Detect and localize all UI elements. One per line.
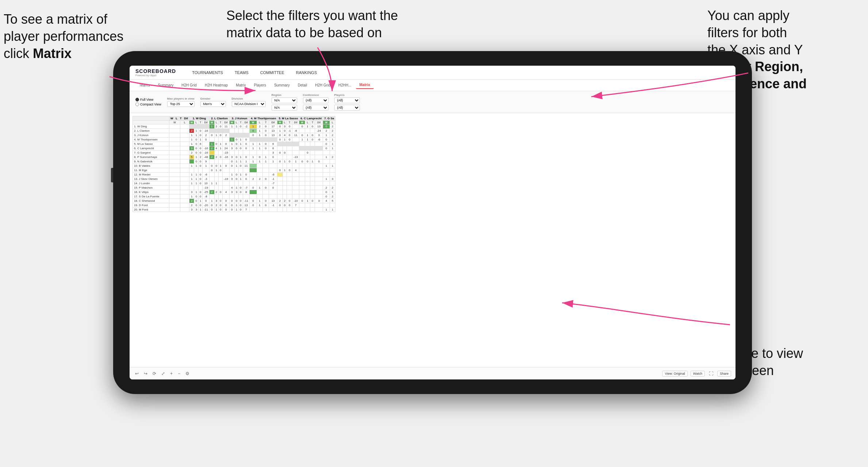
cell: 0	[263, 177, 269, 181]
cell	[230, 194, 235, 199]
conference-select-1[interactable]: (All)	[303, 97, 329, 103]
cell	[209, 194, 214, 199]
tab-summary[interactable]: Summary	[154, 82, 177, 89]
cell: 0	[263, 129, 269, 133]
player-name: 2. L Clanton	[133, 129, 169, 133]
cell	[263, 190, 269, 194]
cell: 0	[223, 142, 230, 146]
table-row: 6. C Lamprecht 3 0 0 -16 2 4 1 24 3 0 0	[133, 146, 335, 151]
cell: 0	[263, 146, 269, 151]
cell	[287, 155, 292, 159]
cell: 2	[323, 186, 330, 190]
radio-compact-view[interactable]: Compact View	[135, 103, 161, 106]
tab-h2hh[interactable]: H2HH...	[335, 82, 355, 89]
cell: -15	[223, 151, 230, 155]
watch-btn[interactable]: Watch	[691, 371, 705, 377]
cell: 0	[219, 203, 223, 208]
cell: -8	[203, 194, 210, 199]
nav-rankings[interactable]: RANKINGS	[295, 70, 318, 76]
annotation-matrix: To see a matrix ofplayer performancescli…	[4, 11, 128, 62]
cell: 0	[198, 177, 202, 181]
cell: 0	[310, 138, 315, 142]
cell: 0	[230, 208, 235, 212]
cell	[203, 124, 210, 129]
tab-matrix-active[interactable]: Matrix	[356, 81, 374, 89]
conference-select-2[interactable]: (All)	[303, 105, 329, 111]
cell: 1	[189, 194, 194, 199]
cell: 0	[263, 133, 269, 138]
cell: 1	[250, 142, 257, 146]
cell: 0	[194, 138, 198, 142]
sub-l3: L	[234, 121, 238, 124]
division-select[interactable]: NCAA Division I	[232, 101, 266, 107]
cell	[287, 142, 292, 146]
cell	[243, 194, 250, 199]
cell: 0	[219, 124, 223, 129]
nav-tournaments[interactable]: TOURNAMENTS	[191, 70, 224, 76]
tab-players[interactable]: Players	[250, 82, 270, 89]
cell: 7	[243, 208, 250, 212]
cell: 1	[323, 164, 330, 168]
cell	[277, 208, 283, 212]
cell: 3	[315, 199, 323, 203]
nav-teams[interactable]: TEAMS	[233, 70, 250, 76]
tab-summary-right[interactable]: Summary	[270, 82, 293, 89]
cell: 2	[214, 124, 218, 129]
cell	[315, 168, 323, 173]
tab-h2h-grid-right[interactable]: H2H Grid	[311, 82, 334, 89]
cell: -1	[269, 177, 277, 181]
cell: 1	[305, 199, 310, 203]
refresh-icon[interactable]: ⟳	[151, 370, 157, 377]
tab-detail[interactable]: Detail	[294, 82, 311, 89]
expand-icon[interactable]: ⛶	[708, 370, 714, 377]
cell: 1	[305, 133, 310, 138]
sub-d3: Dif	[243, 121, 250, 124]
settings-icon[interactable]: ⚙	[184, 370, 191, 377]
undo-icon[interactable]: ↩	[134, 370, 140, 377]
players-select-2[interactable]: (All)	[334, 105, 360, 111]
players-select-1[interactable]: (All)	[334, 97, 360, 103]
cell: 4	[230, 186, 235, 190]
cell: 0	[209, 164, 214, 168]
cell: 0	[243, 155, 250, 159]
view-original-btn[interactable]: View: Original	[662, 371, 687, 377]
cell	[219, 129, 223, 133]
tab-teams[interactable]: Teams	[135, 82, 153, 89]
zoom-fit-icon[interactable]: ⤢	[160, 370, 166, 377]
radio-full-view[interactable]: Full View	[135, 98, 161, 101]
tab-matrix-left[interactable]: Matrix	[232, 82, 249, 89]
cell: 3	[230, 146, 235, 151]
redo-icon[interactable]: ↪	[143, 370, 149, 377]
region-select-1[interactable]: N/A	[272, 97, 297, 103]
player-name: 3. J Koivun	[133, 133, 169, 138]
zoom-out-icon[interactable]: −	[177, 370, 181, 377]
cell	[180, 133, 189, 138]
cell: 0	[277, 203, 283, 208]
tab-h2h-grid[interactable]: H2H Grid	[178, 82, 200, 89]
cell: 3	[189, 190, 194, 194]
share-btn[interactable]: Share	[717, 371, 731, 377]
sub-t2: T	[219, 121, 223, 124]
sub-w3: W	[230, 121, 235, 124]
cell	[239, 133, 243, 138]
zoom-in-icon[interactable]: +	[169, 370, 174, 377]
filter-division: Division NCAA Division I	[232, 97, 266, 107]
cell: 1	[194, 164, 198, 168]
max-players-select[interactable]: Top 25	[167, 101, 195, 107]
cell: 11	[223, 124, 230, 129]
cell: 1	[277, 129, 283, 133]
cell: 1	[189, 142, 194, 146]
cell: 1	[214, 208, 218, 212]
tab-h2h-heatmap[interactable]: H2H Heatmap	[201, 82, 231, 89]
cell: 0	[250, 133, 257, 138]
cell: 8	[243, 190, 250, 194]
cell	[234, 181, 238, 186]
cell: -7	[243, 186, 250, 190]
gender-select[interactable]: Men's	[200, 101, 226, 107]
cell: -16	[203, 129, 210, 133]
cell	[283, 173, 287, 177]
cell	[269, 168, 277, 173]
cell: 2	[214, 155, 218, 159]
nav-committee[interactable]: COMMITTEE	[259, 70, 286, 76]
region-select-2[interactable]: N/A	[272, 105, 297, 111]
